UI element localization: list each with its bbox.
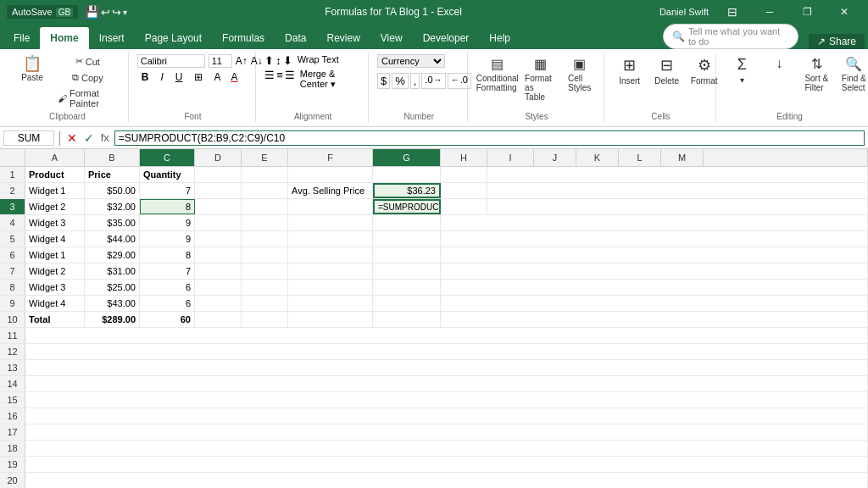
cell-g8[interactable] (373, 280, 441, 295)
cell-f8[interactable] (288, 280, 373, 295)
cell-d1[interactable] (195, 167, 242, 182)
font-size-input[interactable] (209, 54, 232, 68)
cell-rest-20[interactable] (25, 473, 868, 488)
cell-rest-11[interactable] (25, 328, 868, 343)
cut-button[interactable]: ✂Cut (54, 54, 121, 69)
sort-filter-button[interactable]: ⇅ Sort &Filter (799, 54, 833, 94)
cell-c2[interactable]: 7 (140, 183, 195, 198)
format-painter-button[interactable]: 🖌Format Painter (54, 86, 121, 110)
cell-c10[interactable]: 60 (140, 312, 195, 327)
cell-b10[interactable]: $289.00 (85, 312, 140, 327)
fill-button[interactable]: ↓ (762, 54, 796, 73)
paste-button[interactable]: 📋 Paste (14, 54, 51, 84)
cell-e9[interactable] (242, 296, 288, 311)
cell-b2[interactable]: $50.00 (85, 183, 140, 198)
cell-e8[interactable] (242, 280, 288, 295)
cell-g10[interactable] (373, 312, 441, 327)
col-header-m[interactable]: M (661, 149, 704, 166)
cell-b5[interactable]: $44.00 (85, 231, 140, 247)
cell-g7[interactable] (373, 263, 441, 279)
cell-e5[interactable] (242, 231, 288, 247)
col-header-k[interactable]: K (576, 149, 619, 166)
delete-cells-button[interactable]: ⊟ Delete (650, 54, 684, 87)
tab-insert[interactable]: Insert (89, 27, 135, 49)
cell-h3[interactable] (441, 199, 487, 214)
cell-b9[interactable]: $43.00 (85, 296, 140, 311)
cell-b7[interactable]: $31.00 (85, 263, 140, 279)
cell-rest-17[interactable] (25, 424, 868, 440)
cell-d9[interactable] (195, 296, 242, 311)
percent-button[interactable]: % (392, 73, 409, 89)
copy-button[interactable]: ⧉Copy (54, 70, 121, 85)
col-header-l[interactable]: L (619, 149, 661, 166)
insert-cells-button[interactable]: ⊞ Insert (613, 54, 647, 87)
col-header-f[interactable]: F (288, 149, 373, 166)
share-button[interactable]: ↗ Share (809, 34, 865, 49)
redo-icon[interactable]: ↪ (112, 6, 121, 19)
merge-center-button[interactable]: Merge & Center ▾ (300, 69, 361, 90)
close-button[interactable]: ✕ (827, 0, 861, 24)
cell-d2[interactable] (195, 183, 242, 198)
cell-rest-19[interactable] (25, 457, 868, 472)
cell-b3[interactable]: $32.00 (85, 199, 140, 214)
cell-f2[interactable]: Avg. Selling Price (288, 183, 373, 198)
cell-a4[interactable]: Widget 3 (25, 215, 85, 230)
minimize-button[interactable]: ─ (753, 0, 787, 24)
format-cells-button[interactable]: ⚙ Format (687, 54, 721, 87)
formula-input[interactable] (114, 130, 865, 146)
currency-button[interactable]: $ (377, 73, 390, 89)
confirm-formula-button[interactable]: ✓ (82, 131, 96, 145)
cell-c8[interactable]: 6 (140, 280, 195, 295)
cell-f4[interactable] (288, 215, 373, 230)
cell-e4[interactable] (242, 215, 288, 230)
tab-data[interactable]: Data (275, 27, 316, 49)
cell-a7[interactable]: Widget 2 (25, 263, 85, 279)
align-top-icon[interactable]: ⬆ (264, 54, 274, 67)
cell-rest-14[interactable] (25, 376, 868, 391)
cell-g2[interactable]: $36.23 (373, 183, 441, 198)
cell-a9[interactable]: Widget 4 (25, 296, 85, 311)
cell-g6[interactable] (373, 247, 441, 263)
cell-e1[interactable] (242, 167, 288, 182)
cell-rest-12[interactable] (25, 344, 868, 359)
cell-a1[interactable]: Product (25, 167, 85, 182)
cell-a6[interactable]: Widget 1 (25, 247, 85, 263)
align-right-icon[interactable]: ☰ (285, 69, 295, 90)
cell-d4[interactable] (195, 215, 242, 230)
col-header-i[interactable]: I (487, 149, 534, 166)
cell-f3[interactable]: =SUMPRODUCT(B2:B9,C2:C9)/C10 (288, 199, 373, 214)
cell-d10[interactable] (195, 312, 242, 327)
cell-e10[interactable] (242, 312, 288, 327)
cell-f9[interactable] (288, 296, 373, 311)
cell-d5[interactable] (195, 231, 242, 247)
find-select-button[interactable]: 🔍 Find &Select (837, 54, 868, 94)
cell-g3[interactable]: =SUMPRODUCT(B2:B9,C2:C9)/C10 (373, 199, 441, 214)
cell-h1[interactable] (441, 167, 487, 182)
tab-home[interactable]: Home (40, 27, 88, 49)
cell-g5[interactable] (373, 231, 441, 247)
comma-button[interactable]: , (410, 73, 420, 89)
conditional-formatting-button[interactable]: ▤ ConditionalFormatting (476, 54, 518, 94)
fill-color-button[interactable]: A (210, 70, 224, 84)
window-mode-icon[interactable]: ⊟ (715, 0, 749, 24)
cell-h2[interactable] (441, 183, 487, 198)
cell-a5[interactable]: Widget 4 (25, 231, 85, 247)
cell-a10[interactable]: Total (25, 312, 85, 327)
cell-styles-button[interactable]: ▣ CellStyles (563, 54, 597, 94)
tab-help[interactable]: Help (479, 27, 520, 49)
cell-e6[interactable] (242, 247, 288, 263)
tab-view[interactable]: View (370, 27, 413, 49)
col-header-g[interactable]: G (373, 149, 441, 166)
col-header-e[interactable]: E (242, 149, 288, 166)
cell-c1[interactable]: Quantity (140, 167, 195, 182)
cell-c5[interactable]: 9 (140, 231, 195, 247)
cell-b8[interactable]: $25.00 (85, 280, 140, 295)
cell-a3[interactable]: Widget 2 (25, 199, 85, 214)
cell-f1[interactable] (288, 167, 373, 182)
cell-rest-16[interactable] (25, 408, 868, 424)
tab-file[interactable]: File (3, 27, 40, 49)
tab-formulas[interactable]: Formulas (212, 27, 275, 49)
number-format-select[interactable]: Currency General Number Percentage (377, 54, 445, 68)
cell-d7[interactable] (195, 263, 242, 279)
tab-developer[interactable]: Developer (413, 27, 480, 49)
